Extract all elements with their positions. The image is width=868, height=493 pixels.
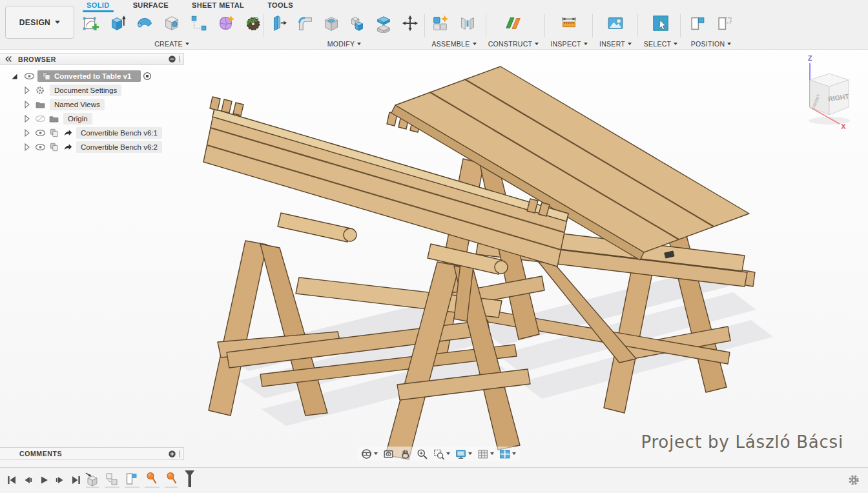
- tree-item-label: Named Views: [54, 99, 100, 110]
- viewcube[interactable]: Z X RIGHT FRONT: [778, 54, 863, 133]
- rectangular-pattern-icon[interactable]: [187, 11, 211, 35]
- extrude-icon[interactable]: [106, 11, 130, 35]
- fillet-icon[interactable]: [293, 11, 316, 35]
- browser-header[interactable]: BROWSER: [0, 53, 184, 65]
- group-label-position[interactable]: POSITION: [684, 40, 738, 48]
- collapse-panel-icon[interactable]: [4, 55, 13, 63]
- toolbar-group-assemble: ASSEMBLE: [428, 11, 480, 48]
- pin-icon[interactable]: [164, 470, 180, 492]
- chevron-expand-icon[interactable]: [25, 129, 30, 137]
- chevron-down-icon: [628, 43, 632, 45]
- pin-icon[interactable]: [144, 470, 160, 492]
- chevron-expand-icon[interactable]: [25, 143, 30, 151]
- chevron-down-icon: [584, 43, 588, 45]
- group-assemble-text: ASSEMBLE: [431, 40, 470, 48]
- root-component-pill[interactable]: Converted to Table v1: [37, 70, 141, 82]
- group-label-inspect[interactable]: INSPECT: [548, 40, 590, 48]
- group-label-assemble[interactable]: ASSEMBLE: [428, 40, 480, 48]
- zoom-icon[interactable]: [415, 447, 429, 461]
- new-component-icon[interactable]: [429, 11, 453, 35]
- capture-position-marker-icon[interactable]: [124, 470, 140, 492]
- tree-row-document-settings[interactable]: Document Settings: [0, 83, 184, 97]
- chevron-expand-icon[interactable]: [25, 115, 30, 123]
- window-zoom-icon[interactable]: [431, 447, 451, 461]
- eye-off-icon[interactable]: [35, 115, 46, 123]
- expand-triangle-icon[interactable]: [11, 73, 18, 80]
- watermark-text: Project by László Bácsi: [641, 432, 843, 452]
- construct-plane-icon[interactable]: [502, 11, 526, 35]
- component-icon: [42, 72, 51, 81]
- go-to-start-button[interactable]: [5, 473, 18, 487]
- orbit-icon[interactable]: [359, 447, 379, 461]
- chevron-expand-icon[interactable]: [25, 101, 30, 108]
- create-sketch-icon[interactable]: [79, 11, 103, 35]
- capture-position-icon[interactable]: [686, 11, 710, 35]
- look-at-icon[interactable]: [381, 447, 396, 461]
- tree-item-pill[interactable]: Named Views: [50, 99, 105, 110]
- derive-feature-icon[interactable]: [84, 470, 99, 492]
- workspace-switcher[interactable]: DESIGN: [5, 6, 74, 39]
- group-label-create[interactable]: CREATE: [78, 40, 265, 48]
- timeline-settings-gear-icon[interactable]: [847, 474, 860, 489]
- pan-icon[interactable]: [398, 447, 413, 461]
- measure-icon[interactable]: [557, 11, 581, 35]
- tab-surface[interactable]: SURFACE: [132, 1, 170, 11]
- tree-row-named-views[interactable]: Named Views: [0, 97, 184, 112]
- group-label-select[interactable]: SELECT: [641, 40, 681, 48]
- model-canvas[interactable]: BROWSER: [0, 50, 868, 467]
- panel-grip[interactable]: [179, 55, 180, 63]
- display-settings-icon[interactable]: [453, 447, 473, 461]
- activate-radio-icon[interactable]: [143, 72, 152, 81]
- group-position-text: POSITION: [691, 40, 725, 48]
- tree-item-label: Document Settings: [54, 85, 117, 96]
- select-icon[interactable]: [649, 11, 673, 35]
- tab-sheet-metal[interactable]: SHEET METAL: [191, 1, 245, 11]
- insert-image-icon[interactable]: [604, 11, 628, 35]
- revert-position-icon[interactable]: [713, 11, 737, 35]
- tree-item-pill[interactable]: Convertible Bench v6:2: [76, 141, 162, 153]
- eye-icon[interactable]: [35, 143, 46, 151]
- press-pull-icon[interactable]: [267, 11, 290, 35]
- group-label-insert[interactable]: INSERT: [595, 40, 636, 48]
- component-group-icon[interactable]: [104, 470, 119, 492]
- play-button[interactable]: [37, 473, 50, 487]
- tree-item-pill[interactable]: Document Settings: [50, 85, 121, 96]
- toolbar-separator: [264, 14, 264, 37]
- toolbar-group-construct: CONSTRUCT: [489, 11, 538, 48]
- toolbar-group-create: PRO CREATE: [78, 11, 265, 48]
- group-label-modify[interactable]: MODIFY: [267, 40, 422, 48]
- eye-icon[interactable]: [24, 72, 35, 80]
- tree-item-pill[interactable]: Convertible Bench v6:1: [76, 127, 162, 139]
- tree-item-pill[interactable]: Origin: [63, 113, 92, 125]
- eye-icon[interactable]: [35, 129, 46, 137]
- create-form-icon[interactable]: [214, 11, 238, 35]
- tab-solid[interactable]: SOLID: [85, 1, 111, 11]
- add-comment-icon[interactable]: [168, 450, 176, 458]
- split-body-icon[interactable]: [372, 11, 395, 35]
- grid-and-snaps-icon[interactable]: [475, 447, 495, 461]
- hole-icon[interactable]: [160, 11, 184, 35]
- viewports-icon[interactable]: [497, 447, 517, 461]
- joint-icon[interactable]: [456, 11, 480, 35]
- step-back-button[interactable]: [21, 473, 34, 487]
- step-forward-button[interactable]: [54, 473, 67, 487]
- tree-row-root[interactable]: Converted to Table v1: [0, 69, 184, 83]
- go-to-end-button[interactable]: [70, 473, 83, 487]
- comments-panel[interactable]: COMMENTS: [0, 447, 184, 460]
- group-label-construct[interactable]: CONSTRUCT: [489, 40, 538, 48]
- tree-row-bench-2[interactable]: Convertible Bench v6:2: [0, 140, 184, 154]
- chevron-expand-icon[interactable]: [25, 86, 30, 94]
- collapse-all-icon[interactable]: [168, 55, 176, 63]
- model-viewport[interactable]: [184, 50, 868, 467]
- timeline-playhead[interactable]: [184, 470, 196, 492]
- tab-tools[interactable]: TOOLS: [266, 1, 294, 11]
- shell-icon[interactable]: [320, 11, 343, 35]
- panel-grip[interactable]: [179, 450, 180, 458]
- tree-row-bench-1[interactable]: Convertible Bench v6:1: [0, 126, 184, 140]
- component-icon: [50, 128, 59, 137]
- revolve-icon[interactable]: [133, 11, 157, 35]
- move-copy-icon[interactable]: [398, 11, 422, 35]
- pro-feature-icon[interactable]: PRO: [242, 11, 265, 35]
- combine-icon[interactable]: [346, 11, 369, 35]
- tree-row-origin[interactable]: Origin: [0, 112, 184, 126]
